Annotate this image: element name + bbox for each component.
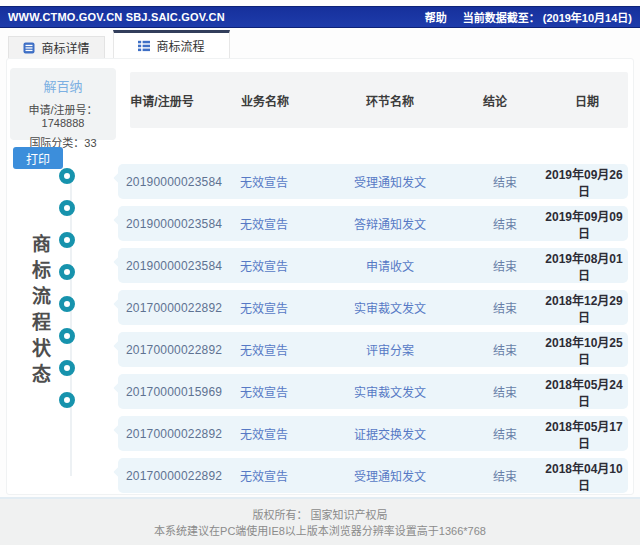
timeline-node-icon [59,360,75,376]
table-row: 20170000022892 无效宣告 评审分案 结束 2018年10月25日 [118,332,628,367]
cell-date: 2019年09月09日 [540,207,628,241]
footer-copyright: 版权所有： 国家知识产权局 [0,507,640,523]
print-button[interactable]: 打印 [13,147,63,169]
cell-stage: 评审分案 [310,341,470,358]
timeline-node-icon [59,392,75,408]
table-row: 20170000015969 无效宣告 实审裁文发文 结束 2018年05月24… [118,374,628,409]
footer: 版权所有： 国家知识产权局 本系统建议在PC端使用IE8以上版本浏览器分辨率设置… [0,497,640,545]
timeline-node-icon [59,296,75,312]
cell-result: 结束 [470,425,540,442]
timeline-node-icon [59,168,75,184]
tab-trademark-process[interactable]: 商标流程 [113,30,230,58]
cell-date: 2018年05月17日 [540,417,628,451]
data-cutoff-text: 当前数据截至： (2019年10月14日) [463,9,632,25]
cell-stage: 受理通知发文 [310,467,470,484]
table-row: 20170000022892 无效宣告 受理通知发文 结束 2018年04月10… [118,458,628,493]
cell-business: 无效宣告 [218,425,310,442]
header-date: 日期 [546,92,628,109]
cell-date: 2018年04月10日 [540,459,628,493]
cell-regno: 20170000022892 [118,427,218,441]
table-row: 20170000022892 无效宣告 实审裁文发文 结束 2018年12月29… [118,290,628,325]
cell-business: 无效宣告 [218,383,310,400]
cell-result: 结束 [470,299,540,316]
tab-details-label: 商标详情 [41,39,89,56]
trademark-name: 解百纳 [10,76,116,95]
cell-regno: 20170000015969 [118,385,218,399]
side-title: 商标流程状态 [26,234,53,414]
cell-business: 无效宣告 [218,257,310,274]
trademark-regno: 申请/注册号：1748888 [10,101,116,129]
cell-business: 无效宣告 [218,341,310,358]
doc-list-icon [23,42,35,54]
cell-business: 无效宣告 [218,467,310,484]
topbar: WWW.CTMO.GOV.CN SBJ.SAIC.GOV.CN 帮助 当前数据截… [0,6,640,28]
cell-regno: 20190000023584 [118,217,218,231]
list-icon [138,40,150,52]
cell-business: 无效宣告 [218,299,310,316]
timeline-node-icon [59,200,75,216]
table-row: 20190000023584 无效宣告 申请收文 结束 2019年08月01日 [118,248,628,283]
cell-business: 无效宣告 [218,173,310,190]
timeline-node-icon [59,328,75,344]
cell-stage: 答辩通知发文 [310,215,470,232]
cell-stage: 申请收文 [310,257,470,274]
cell-result: 结束 [470,215,540,232]
cell-regno: 20170000022892 [118,343,218,357]
cell-date: 2019年09月26日 [540,165,628,199]
header-regno: 申请/注册号 [130,92,194,109]
timeline-node-icon [59,264,75,280]
topbar-right: 帮助 当前数据截至： (2019年10月14日) [425,9,632,25]
cell-regno: 20190000023584 [118,259,218,273]
tab-trademark-details[interactable]: 商标详情 [8,36,105,58]
cell-result: 结束 [470,341,540,358]
process-rows: 20190000023584 无效宣告 受理通知发文 结束 2019年09月26… [118,164,628,493]
cell-stage: 证据交换发文 [310,425,470,442]
cell-result: 结束 [470,173,540,190]
header-result: 结论 [444,92,546,109]
trademark-info-card: 解百纳 申请/注册号：1748888 国际分类：33 [10,68,116,140]
process-table-header: 申请/注册号 业务名称 环节名称 结论 日期 [130,72,628,128]
cell-date: 2018年12月29日 [540,291,628,325]
help-link[interactable]: 帮助 [425,9,447,25]
header-business: 业务名称 [194,92,336,109]
cell-regno: 20190000023584 [118,175,218,189]
cell-business: 无效宣告 [218,215,310,232]
cell-date: 2018年10月25日 [540,333,628,367]
cell-stage: 实审裁文发文 [310,299,470,316]
cell-regno: 20170000022892 [118,301,218,315]
table-row: 20190000023584 无效宣告 答辩通知发文 结束 2019年09月09… [118,206,628,241]
cell-regno: 20170000022892 [118,469,218,483]
timeline-node-icon [59,232,75,248]
cell-result: 结束 [470,467,540,484]
timeline [59,168,75,408]
cell-result: 结束 [470,383,540,400]
header-stage: 环节名称 [336,92,444,109]
table-row: 20190000023584 无效宣告 受理通知发文 结束 2019年09月26… [118,164,628,199]
cell-date: 2018年05月24日 [540,375,628,409]
page: WWW.CTMO.GOV.CN SBJ.SAIC.GOV.CN 帮助 当前数据截… [0,0,640,545]
cell-result: 结束 [470,257,540,274]
cell-stage: 实审裁文发文 [310,383,470,400]
cell-stage: 受理通知发文 [310,173,470,190]
cell-date: 2019年08月01日 [540,249,628,283]
site-url-text: WWW.CTMO.GOV.CN SBJ.SAIC.GOV.CN [8,11,225,23]
table-row: 20170000022892 无效宣告 证据交换发文 结束 2018年05月17… [118,416,628,451]
footer-browser-note: 本系统建议在PC端使用IE8以上版本浏览器分辨率设置高于1366*768 [0,523,640,539]
tab-process-label: 商标流程 [156,37,204,54]
